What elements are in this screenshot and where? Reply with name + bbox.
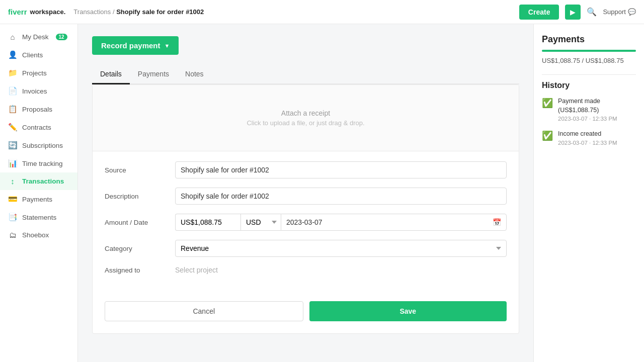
search-icon-button[interactable]: 🔍 <box>587 7 597 17</box>
upload-area[interactable]: Attach a receipt Click to upload a file,… <box>93 85 519 151</box>
upload-subtitle: Click to upload a file, or just drag & d… <box>103 119 509 127</box>
category-select-wrapper: Revenue <box>175 240 507 257</box>
currency-select[interactable]: USD EUR GBP <box>240 214 281 231</box>
panel-divider <box>542 74 636 75</box>
sidebar-label-projects: Projects <box>22 69 47 77</box>
history-item-payment-made: ✅ Payment made (US$1,088.75) 2023-03-07 … <box>542 97 636 123</box>
breadcrumb: Transactions / Shopify sale for order #1… <box>73 8 511 16</box>
play-button[interactable]: ▶ <box>565 5 581 20</box>
history-title-1: Payment made (US$1,088.75) <box>558 97 636 115</box>
select-project-link[interactable]: Select project <box>175 266 218 274</box>
record-payment-button[interactable]: Record payment ▼ <box>92 36 179 55</box>
breadcrumb-current: Shopify sale for order #1002 <box>116 8 204 16</box>
assigned-to-label: Assigned to <box>105 266 175 274</box>
category-select[interactable]: Revenue <box>175 240 507 257</box>
support-label: Support <box>603 8 626 16</box>
upload-title: Attach a receipt <box>103 109 509 117</box>
history-time-2: 2023-03-07 · 12:33 PM <box>558 139 617 147</box>
date-field[interactable]: 2023-03-07 📅 <box>281 214 507 231</box>
logo: fiverr workspace. <box>8 8 65 16</box>
tab-details[interactable]: Details <box>92 65 130 84</box>
calendar-icon: 📅 <box>493 218 501 226</box>
sidebar-label-statements: Statements <box>22 214 56 221</box>
history-text-1: Payment made (US$1,088.75) 2023-03-07 · … <box>558 97 636 123</box>
sidebar-item-invoices[interactable]: 📄 Invoices <box>0 82 77 100</box>
description-label: Description <box>105 193 175 200</box>
sidebar-item-my-desk[interactable]: ⌂ My Desk 12 <box>0 28 77 46</box>
sidebar-item-clients[interactable]: 👤 Clients <box>0 46 77 64</box>
support-button[interactable]: Support 💬 <box>603 8 636 16</box>
breadcrumb-link[interactable]: Transactions <box>73 8 111 16</box>
amount-input[interactable] <box>175 214 240 231</box>
sidebar-item-projects[interactable]: 📁 Projects <box>0 64 77 82</box>
category-label: Category <box>105 245 175 252</box>
history-check-icon-2: ✅ <box>542 130 553 141</box>
history-title-2: Income created <box>558 130 617 139</box>
topbar-right: Create ▶ 🔍 Support 💬 <box>519 5 636 20</box>
transactions-icon: ↕ <box>8 177 17 186</box>
sidebar: ⌂ My Desk 12 👤 Clients 📁 Projects 📄 Invo… <box>0 24 78 362</box>
sidebar-item-transactions[interactable]: ↕ Transactions <box>0 172 77 190</box>
create-button[interactable]: Create <box>519 5 559 20</box>
time-tracking-icon: 📊 <box>8 159 17 168</box>
sidebar-label-invoices: Invoices <box>22 87 47 95</box>
contracts-icon: ✏️ <box>8 123 17 132</box>
amount-date-label: Amount / Date <box>105 219 175 226</box>
projects-icon: 📁 <box>8 68 17 77</box>
payments-amounts: US$1,088.75 / US$1,088.75 <box>542 57 636 64</box>
description-row: Description <box>105 188 507 205</box>
source-input[interactable] <box>175 161 507 178</box>
source-row: Source <box>105 161 507 178</box>
sidebar-item-contracts[interactable]: ✏️ Contracts <box>0 118 77 136</box>
main-layout: ⌂ My Desk 12 👤 Clients 📁 Projects 📄 Invo… <box>0 24 644 362</box>
proposals-icon: 📋 <box>8 105 17 114</box>
description-input[interactable] <box>175 188 507 205</box>
sidebar-label-shoebox: Shoebox <box>22 231 49 239</box>
amount-date-row: Amount / Date USD EUR GBP 2023-03-07 📅 <box>105 214 507 231</box>
clients-icon: 👤 <box>8 50 17 59</box>
record-payment-label: Record payment <box>101 41 160 50</box>
sidebar-label-proposals: Proposals <box>22 106 52 113</box>
tabs: Details Payments Notes <box>92 65 519 84</box>
payments-panel-title: Payments <box>542 34 636 45</box>
content-area: Record payment ▼ Details Payments Notes … <box>78 24 533 362</box>
my-desk-badge: 12 <box>56 34 67 40</box>
sidebar-label-my-desk: My Desk <box>22 33 49 41</box>
shoebox-icon: 🗂 <box>8 231 17 239</box>
sidebar-item-proposals[interactable]: 📋 Proposals <box>0 100 77 118</box>
form-body: Source Description Amount / Date USD <box>93 151 519 293</box>
history-time-1: 2023-03-07 · 12:33 PM <box>558 115 636 123</box>
tab-notes[interactable]: Notes <box>177 65 212 84</box>
sidebar-label-contracts: Contracts <box>22 124 51 131</box>
cancel-button[interactable]: Cancel <box>105 301 303 321</box>
form-actions: Cancel Save <box>93 293 519 333</box>
history-item-income-created: ✅ Income created 2023-03-07 · 12:33 PM <box>542 130 636 147</box>
form-card: Attach a receipt Click to upload a file,… <box>92 84 519 334</box>
sidebar-label-clients: Clients <box>22 51 43 59</box>
logo-text: fiverr <box>8 8 27 16</box>
sidebar-label-time-tracking: Time tracking <box>22 160 63 167</box>
assigned-to-row: Assigned to Select project <box>105 266 507 274</box>
sidebar-item-payments[interactable]: 💳 Payments <box>0 190 77 208</box>
sidebar-label-transactions: Transactions <box>22 177 64 185</box>
sidebar-item-subscriptions[interactable]: 🔄 Subscriptions <box>0 136 77 154</box>
save-button[interactable]: Save <box>309 301 507 321</box>
logo-workspace: workspace. <box>30 8 66 16</box>
support-chat-icon: 💬 <box>628 8 636 16</box>
statements-icon: 📑 <box>8 213 17 222</box>
sidebar-item-time-tracking[interactable]: 📊 Time tracking <box>0 154 77 172</box>
tab-payments[interactable]: Payments <box>130 65 177 84</box>
history-title: History <box>542 81 636 90</box>
payments-icon: 💳 <box>8 195 17 204</box>
my-desk-icon: ⌂ <box>8 33 17 41</box>
sidebar-label-payments: Payments <box>22 196 52 203</box>
payments-progress-fill <box>542 50 636 52</box>
sidebar-item-shoebox[interactable]: 🗂 Shoebox <box>0 226 77 244</box>
history-check-icon-1: ✅ <box>542 98 553 109</box>
right-panel: Payments US$1,088.75 / US$1,088.75 Histo… <box>533 24 644 362</box>
dropdown-arrow-icon: ▼ <box>165 43 170 49</box>
invoices-icon: 📄 <box>8 86 17 96</box>
date-value: 2023-03-07 <box>286 218 323 226</box>
history-text-2: Income created 2023-03-07 · 12:33 PM <box>558 130 617 147</box>
sidebar-item-statements[interactable]: 📑 Statements <box>0 208 77 226</box>
